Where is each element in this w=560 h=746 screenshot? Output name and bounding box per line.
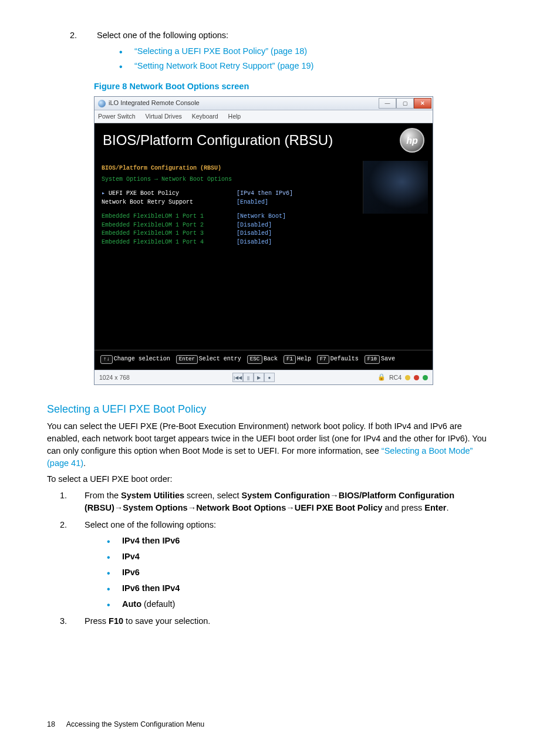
- window-title-left: iLO Integrated Remote Console: [98, 99, 200, 108]
- bios-key-footer: ↑↓Change selection EnterSelect entry ESC…: [95, 350, 433, 370]
- keycap-icon: F1: [284, 355, 296, 364]
- status-bar: 1024 x 768 |◀◀ || ▶ ● 🔒 RC4: [95, 370, 433, 384]
- bios-row[interactable]: Embedded FlexibleLOM 1 Port 3 [Disabled]: [102, 229, 426, 238]
- bios-row[interactable]: Embedded FlexibleLOM 1 Port 1 [Network B…: [102, 212, 426, 221]
- list-item: Select one of the following options: “Se…: [79, 29, 495, 72]
- bios-row-label: Embedded FlexibleLOM 1 Port 3: [102, 229, 237, 238]
- bios-row-value: [Network Boot]: [237, 212, 286, 221]
- menu-item[interactable]: Virtual Drives: [146, 113, 182, 120]
- bios-ports-section: Embedded FlexibleLOM 1 Port 1 [Network B…: [102, 212, 426, 247]
- step2-intro: Select one of the following options:: [97, 31, 228, 40]
- list-item: “Setting Network Boot Retry Support” (pa…: [114, 60, 495, 72]
- media-button[interactable]: |◀◀: [232, 373, 243, 382]
- figure-caption: Figure 8 Network Boot Options screen: [94, 80, 495, 93]
- keycap-icon: F7: [317, 355, 329, 364]
- bios-header: BIOS/Platform Configuration (RBSU) hp: [95, 123, 433, 161]
- keycap-icon: ESC: [247, 355, 262, 364]
- option-bullets: IPv4 then IPv6 IPv4 IPv6 IPv6 then IPv4 …: [85, 535, 495, 610]
- bios-row-value: [IPv4 then IPv6]: [237, 190, 293, 198]
- media-button[interactable]: ||: [243, 373, 254, 382]
- window-menubar: Power Switch Virtual Drives Keyboard Hel…: [95, 110, 433, 123]
- top-ordered-list: Select one of the following options: “Se…: [47, 29, 495, 72]
- link-retry-support[interactable]: “Setting Network Boot Retry Support” (pa…: [134, 61, 313, 70]
- list-item: Auto (default): [102, 598, 495, 610]
- screenshot-window: iLO Integrated Remote Console — ▢ ✕ Powe…: [94, 96, 433, 385]
- status-dot-icon: [414, 375, 419, 380]
- keycap-icon: Enter: [176, 355, 198, 364]
- list-item: Press F10 to save your selection.: [69, 615, 495, 627]
- bios-side-image: [363, 161, 428, 214]
- window-title: iLO Integrated Remote Console: [109, 99, 200, 108]
- bios-row-value: [Enabled]: [237, 198, 268, 207]
- bios-row[interactable]: Embedded FlexibleLOM 1 Port 2 [Disabled]: [102, 221, 426, 230]
- keycap-icon: ↑↓: [100, 355, 113, 364]
- key-hint: ↑↓Change selection: [100, 355, 170, 364]
- key-hint: F10Save: [365, 355, 395, 364]
- paragraph: You can select the UEFI PXE (Pre-Boot Ex…: [47, 420, 495, 470]
- status-dot-icon: [423, 375, 428, 380]
- maximize-button[interactable]: ▢: [396, 98, 414, 109]
- list-item: IPv4: [102, 551, 495, 563]
- list-item: IPv6: [102, 566, 495, 579]
- steps-list: From the System Utilities screen, select…: [47, 490, 495, 627]
- window-titlebar: iLO Integrated Remote Console — ▢ ✕: [95, 97, 433, 110]
- list-item: “Selecting a UEFI PXE Boot Policy” (page…: [114, 45, 495, 58]
- key-hint: F7Defaults: [317, 355, 359, 364]
- bios-row-label: Embedded FlexibleLOM 1 Port 1: [102, 212, 237, 221]
- close-button[interactable]: ✕: [414, 98, 431, 109]
- app-icon: [98, 100, 106, 107]
- status-label: RC4: [389, 373, 402, 382]
- hp-logo-icon: hp: [400, 128, 424, 153]
- bios-row[interactable]: Embedded FlexibleLOM 1 Port 4 [Disabled]: [102, 238, 426, 247]
- media-button[interactable]: ▶: [254, 373, 264, 382]
- status-resolution: 1024 x 768: [99, 373, 130, 382]
- menu-item[interactable]: Power Switch: [98, 113, 136, 120]
- section-heading: Selecting a UEFI PXE Boot Policy: [47, 401, 495, 417]
- bios-row-value: [Disabled]: [237, 221, 272, 230]
- bios-row-label: Embedded FlexibleLOM 1 Port 2: [102, 221, 237, 230]
- bios-body: BIOS/Platform Configuration (RBSU) Syste…: [95, 161, 433, 350]
- list-item: IPv4 then IPv6: [102, 535, 495, 547]
- status-right: 🔒 RC4: [377, 373, 428, 382]
- step2-link-bullets: “Selecting a UEFI PXE Boot Policy” (page…: [97, 45, 495, 72]
- link-pxe-policy[interactable]: “Selecting a UEFI PXE Boot Policy” (page…: [134, 46, 307, 56]
- key-hint: ESCBack: [247, 355, 278, 364]
- bios-area: BIOS/Platform Configuration (RBSU) hp BI…: [95, 123, 433, 370]
- menu-item[interactable]: Keyboard: [192, 113, 218, 120]
- bios-row-label: Network Boot Retry Support: [102, 198, 237, 207]
- paragraph: To select a UEFI PXE boot order:: [47, 473, 495, 485]
- key-hint: EnterSelect entry: [176, 355, 241, 364]
- bios-title: BIOS/Platform Configuration (RBSU): [103, 130, 333, 151]
- list-item: From the System Utilities screen, select…: [69, 490, 495, 514]
- media-button[interactable]: ●: [264, 373, 275, 382]
- minimize-button[interactable]: —: [379, 98, 396, 109]
- bios-row-value: [Disabled]: [237, 229, 272, 238]
- bios-row-value: [Disabled]: [237, 238, 272, 247]
- lock-icon: 🔒: [377, 373, 386, 382]
- status-media-controls: |◀◀ || ▶ ●: [232, 373, 275, 382]
- bios-row-label: UEFI PXE Boot Policy: [102, 190, 237, 198]
- keycap-icon: F10: [365, 355, 380, 364]
- list-item: IPv6 then IPv4: [102, 582, 495, 595]
- key-hint: F1Help: [284, 355, 311, 364]
- window-buttons: — ▢ ✕: [379, 98, 431, 109]
- list-item: Select one of the following options: IPv…: [69, 519, 495, 610]
- status-dot-icon: [405, 375, 410, 380]
- menu-item[interactable]: Help: [228, 113, 241, 120]
- bios-row-label: Embedded FlexibleLOM 1 Port 4: [102, 238, 237, 247]
